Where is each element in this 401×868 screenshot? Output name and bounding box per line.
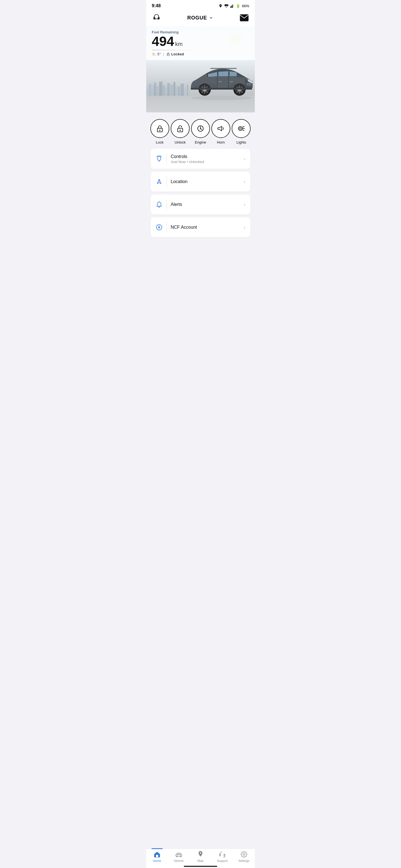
engine-label: Engine: [195, 140, 206, 145]
svg-point-75: [200, 128, 201, 129]
svg-point-92: [243, 854, 245, 855]
ncf-account-menu-item[interactable]: NCF Account ›: [151, 217, 250, 237]
settings-nav-icon: [240, 851, 248, 858]
svg-rect-12: [154, 83, 156, 97]
svg-rect-8: [167, 54, 169, 56]
svg-rect-0: [230, 6, 231, 8]
svg-rect-34: [229, 71, 229, 76]
bottom-navigation: Home Vehicle Map: [146, 848, 255, 868]
unlock-label: Unlock: [175, 140, 186, 145]
mail-icon: [240, 14, 249, 22]
controls-menu-icon: [156, 155, 163, 163]
home-nav-label: Home: [153, 859, 161, 862]
svg-rect-11: [152, 85, 153, 97]
horn-button[interactable]: Horn: [211, 119, 230, 145]
nav-settings[interactable]: Settings: [236, 851, 252, 862]
vehicle-nav-icon: [175, 851, 182, 858]
ncf-title: NCF Account: [171, 225, 240, 230]
support-nav-label: Support: [217, 859, 228, 862]
controls-icon-wrap: [156, 153, 167, 164]
lights-circle: [232, 119, 251, 138]
alerts-menu-icon: [156, 200, 163, 208]
lights-button[interactable]: Lights: [232, 119, 251, 145]
engine-circle: [191, 119, 210, 138]
svg-rect-32: [207, 73, 208, 77]
quick-controls: Lock Unlock: [146, 113, 255, 149]
alerts-icon-wrap: [156, 199, 167, 210]
svg-rect-3: [233, 4, 234, 8]
svg-rect-41: [230, 81, 233, 82]
lock-circle: [150, 119, 169, 138]
fuel-status-row: ⛅ 5° | Locked: [152, 52, 249, 56]
support-button[interactable]: [152, 13, 161, 23]
svg-rect-67: [210, 68, 237, 69]
svg-rect-29: [161, 82, 161, 83]
lights-icon: [237, 124, 245, 133]
signal-icon: [230, 4, 234, 8]
engine-icon: [196, 124, 205, 133]
ncf-chevron: ›: [244, 224, 245, 230]
svg-rect-25: [154, 84, 155, 84]
lock-label: Lock: [156, 140, 164, 145]
alerts-menu-item[interactable]: Alerts ›: [151, 194, 250, 215]
gear-icon: [240, 851, 247, 858]
svg-rect-22: [181, 84, 184, 97]
location-menu-icon: [156, 178, 163, 186]
car-nav-icon: [175, 851, 182, 857]
ncf-menu-text: NCF Account: [171, 225, 240, 230]
home-indicator: [184, 866, 217, 867]
engine-button[interactable]: Engine: [191, 119, 210, 145]
controls-subtitle: Just Now • Unlocked: [171, 160, 240, 164]
weather-info: ⛅ 5°: [152, 52, 161, 56]
headset-icon: [152, 13, 161, 23]
status-icons: 🔋 66%: [219, 4, 249, 8]
controls-chevron: ›: [244, 156, 245, 162]
fuel-divider: [152, 50, 196, 50]
svg-rect-26: [155, 84, 156, 84]
svg-line-80: [242, 130, 244, 130]
vehicle-nav-label: Vehicle: [174, 859, 183, 862]
vehicle-name: ROGUE: [187, 15, 207, 21]
svg-line-78: [242, 127, 244, 127]
horn-label: Horn: [217, 140, 225, 145]
unlock-button[interactable]: Unlock: [171, 119, 190, 145]
location-chevron: ›: [244, 179, 245, 185]
battery-percentage: 66%: [242, 4, 249, 8]
svg-rect-66: [191, 88, 252, 90]
alerts-menu-text: Alerts: [171, 202, 240, 207]
lock-button[interactable]: Lock: [150, 119, 169, 145]
hero-section: Fuel Remaining 494 km ⛅ 5° | Locked: [146, 26, 255, 113]
nav-home[interactable]: Home: [149, 851, 165, 862]
controls-menu-text: Controls Just Now • Unlocked: [171, 154, 240, 164]
svg-rect-70: [160, 130, 160, 131]
location-menu-item[interactable]: Location ›: [151, 172, 250, 192]
wifi-icon: [224, 4, 229, 8]
svg-rect-84: [156, 855, 158, 857]
nav-map[interactable]: Map: [192, 851, 209, 862]
svg-rect-35: [247, 83, 252, 85]
status-time: 9:48: [152, 3, 161, 8]
controls-title: Controls: [171, 154, 240, 159]
nav-support[interactable]: Support: [214, 851, 231, 862]
settings-nav-label: Settings: [238, 859, 250, 862]
svg-rect-30: [160, 83, 160, 84]
svg-rect-17: [167, 83, 170, 97]
ncf-account-menu-icon: [156, 223, 163, 231]
svg-point-31: [191, 96, 252, 100]
svg-rect-27: [154, 85, 155, 85]
vehicle-selector[interactable]: ROGUE: [187, 15, 213, 21]
messages-button[interactable]: [239, 13, 249, 23]
svg-rect-2: [232, 5, 233, 8]
fuel-label: Fuel Remaining: [152, 30, 249, 34]
lock-icon: [156, 124, 164, 133]
svg-point-76: [238, 127, 242, 130]
app-header: ROGUE: [146, 10, 255, 26]
svg-rect-18: [170, 85, 173, 97]
location-menu-text: Location: [171, 179, 240, 184]
controls-menu-item[interactable]: Controls Just Now • Unlocked ›: [151, 149, 250, 169]
svg-rect-15: [163, 85, 165, 97]
map-nav-icon: [197, 851, 204, 858]
nav-vehicle[interactable]: Vehicle: [170, 851, 187, 862]
svg-rect-20: [176, 86, 177, 97]
svg-rect-40: [219, 81, 222, 82]
